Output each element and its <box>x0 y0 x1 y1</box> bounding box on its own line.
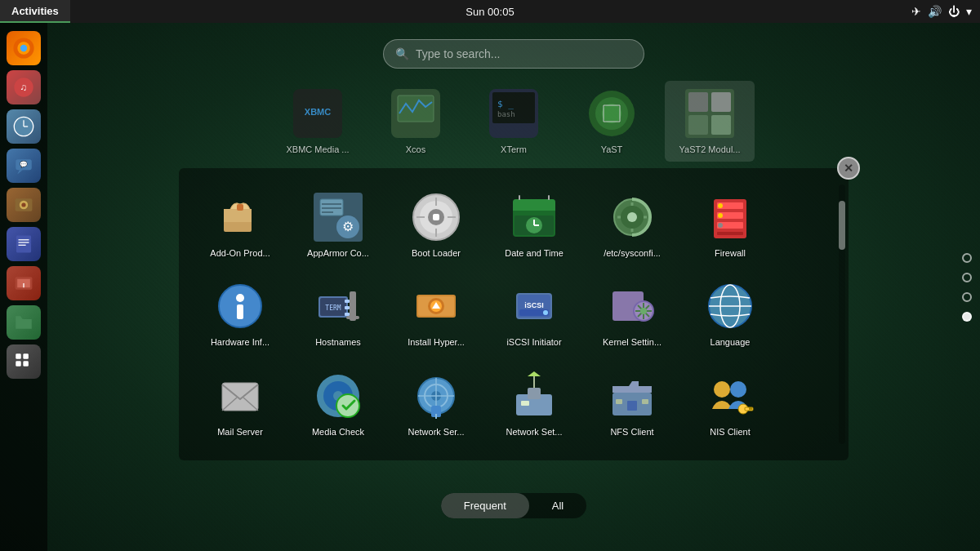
kernel-icon <box>606 280 658 332</box>
sidebar-item-writer[interactable] <box>7 227 41 261</box>
tab-all[interactable]: All <box>529 493 586 518</box>
app-kernel[interactable]: Kernel Settin... <box>587 273 677 354</box>
volume-icon[interactable]: 🔊 <box>928 5 942 18</box>
scroll-thumb[interactable] <box>839 201 845 250</box>
app-etcsysconf[interactable]: /etc/sysconfi... <box>587 184 677 265</box>
svg-rect-131 <box>521 401 529 406</box>
sidebar-item-rhythmbox[interactable]: ♫ <box>7 70 41 104</box>
sidebar-item-shotwell[interactable] <box>7 188 41 222</box>
svg-text:XBMC: XBMC <box>305 107 331 117</box>
svg-rect-40 <box>711 115 731 135</box>
app-xbmc[interactable]: XBMC XBMC Media ... <box>273 81 363 162</box>
svg-rect-57 <box>433 214 439 220</box>
svg-point-79 <box>718 203 723 208</box>
svg-rect-135 <box>642 399 648 404</box>
svg-rect-91 <box>345 313 350 316</box>
xbmc-label: XBMC Media ... <box>286 144 349 155</box>
hwinfo-icon <box>214 280 266 332</box>
search-input[interactable] <box>416 47 632 60</box>
app-hwinfo[interactable]: Hardware Inf... <box>195 273 285 354</box>
pagination-dot-2[interactable] <box>962 273 972 282</box>
kernel-label: Kernel Settin... <box>603 337 662 348</box>
power-icon[interactable]: ⏻ <box>948 5 960 18</box>
networkser-label: Network Ser... <box>408 427 464 438</box>
app-networkser[interactable]: Network Ser... <box>391 363 481 444</box>
app-mailserver[interactable]: Mail Server <box>195 363 285 444</box>
app-nfsclient[interactable]: NFS Client <box>587 363 677 444</box>
svg-rect-38 <box>711 92 731 112</box>
sidebar-item-clock[interactable] <box>7 109 41 144</box>
etcsysconf-label: /etc/sysconfi... <box>604 248 661 259</box>
svg-rect-84 <box>237 304 243 319</box>
language-label: Language <box>710 337 751 348</box>
svg-rect-23 <box>16 361 21 367</box>
sidebar: ♫ 💬 <box>0 23 47 551</box>
svg-rect-14 <box>16 236 31 253</box>
sidebar-item-firefox[interactable] <box>7 31 41 65</box>
tab-frequent[interactable]: Frequent <box>441 493 529 518</box>
svg-point-69 <box>627 212 637 222</box>
apps-panel: ✕ Add-On Prod... <box>179 168 849 460</box>
svg-rect-60 <box>513 207 555 211</box>
sidebar-item-impress[interactable] <box>7 266 41 300</box>
pagination-dot-4[interactable] <box>962 312 972 322</box>
yast-icon <box>586 87 638 140</box>
apps-grid: Add-On Prod... ⚙ <box>195 184 832 444</box>
app-xcos[interactable]: Xcos <box>371 81 461 162</box>
sidebar-item-thunar[interactable] <box>7 305 41 340</box>
chevron-down-icon[interactable]: ▾ <box>966 5 972 18</box>
app-yast2mod[interactable]: YaST2 Modul... <box>665 81 755 162</box>
svg-text:bash: bash <box>497 110 515 118</box>
apps-area: XBMC XBMC Media ... Xcos <box>179 81 849 518</box>
xbmc-icon: XBMC <box>292 87 344 140</box>
svg-marker-9 <box>17 170 23 174</box>
app-networkset[interactable]: Network Set... <box>489 363 579 444</box>
svg-text:TERM: TERM <box>325 304 341 312</box>
app-addon[interactable]: Add-On Prod... <box>195 184 285 265</box>
svg-rect-128 <box>528 388 541 399</box>
svg-point-101 <box>543 310 548 315</box>
app-mediacheck[interactable]: Media Check <box>293 363 383 444</box>
app-bootloader[interactable]: Boot Loader <box>391 184 481 265</box>
search-container: 🔍 <box>383 39 644 69</box>
pagination-dots <box>962 253 972 322</box>
app-xterm[interactable]: $ _ bash XTerm <box>469 81 559 162</box>
networkset-label: Network Set... <box>506 427 562 438</box>
svg-text:⚙: ⚙ <box>342 220 354 233</box>
svg-point-80 <box>718 213 723 218</box>
search-bar[interactable]: 🔍 <box>383 39 644 69</box>
yast-label: YaST <box>601 144 623 155</box>
activities-button[interactable]: Activities <box>0 0 70 23</box>
bootloader-label: Boot Loader <box>412 248 461 259</box>
sidebar-item-empathy[interactable]: 💬 <box>7 149 41 183</box>
app-language[interactable]: Language <box>685 273 775 354</box>
nisclient-label: NIS Client <box>710 427 751 438</box>
scroll-track[interactable] <box>839 184 845 444</box>
app-apparmor[interactable]: ⚙ AppArmor Co... <box>293 184 383 265</box>
app-firewall[interactable]: Firewall <box>685 184 775 265</box>
airplane-mode-icon[interactable]: ✈ <box>911 5 921 18</box>
yast2mod-icon <box>684 87 736 140</box>
nfsclient-label: NFS Client <box>610 427 653 438</box>
apparmor-label: AppArmor Co... <box>307 248 369 259</box>
bootloader-icon <box>410 191 462 243</box>
xcos-icon <box>390 87 442 140</box>
svg-rect-24 <box>23 361 28 367</box>
installhyper-label: Install Hyper... <box>408 337 465 348</box>
svg-rect-44 <box>320 199 343 216</box>
app-iscsi[interactable]: iSCSI iSCSI Initiator <box>489 273 579 354</box>
app-datetime[interactable]: Date and Time <box>489 184 579 265</box>
app-yast[interactable]: YaST <box>567 81 657 162</box>
pagination-dot-1[interactable] <box>962 253 972 263</box>
datetime-label: Date and Time <box>505 248 564 259</box>
svg-rect-88 <box>350 291 356 321</box>
sidebar-item-appgrid[interactable] <box>7 344 41 379</box>
app-hostnames[interactable]: TERM Hostnames <box>293 273 383 354</box>
svg-rect-134 <box>616 399 622 404</box>
close-button[interactable]: ✕ <box>837 157 860 180</box>
pagination-dot-3[interactable] <box>962 292 972 302</box>
hwinfo-label: Hardware Inf... <box>211 337 270 348</box>
svg-rect-21 <box>16 353 21 359</box>
app-installhyper[interactable]: Install Hyper... <box>391 273 481 354</box>
app-nisclient[interactable]: NIS Client <box>685 363 775 444</box>
